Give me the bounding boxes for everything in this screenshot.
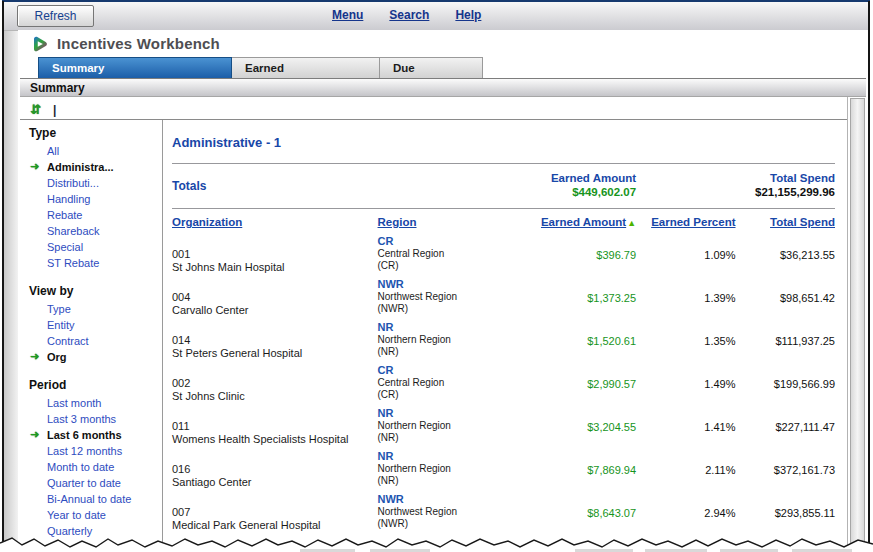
sidebar-heading-viewby: View by (20, 282, 162, 301)
column-header-earned-amount[interactable]: Earned Amount (541, 216, 626, 228)
page-title: Incentives Workbench (57, 35, 220, 52)
sidebar: Type ➜ All ➜ (20, 120, 163, 548)
table-row[interactable]: 014 St Peters General Hospital NR Northe… (172, 319, 835, 362)
region-abbr: (CR) (378, 260, 517, 272)
sidebar-item-label: Last month (47, 397, 101, 409)
app-header: Incentives Workbench (18, 30, 868, 57)
region-name: Northern Region (378, 463, 517, 475)
results-table: Organization Region Earned Amount▲ Earne… (172, 209, 835, 534)
sidebar-section-viewby: View by ➜ Type ➜ (20, 282, 162, 365)
totals-earned-label: Earned Amount (517, 171, 636, 185)
earned-amount-cell: $3,204.55 (517, 405, 636, 448)
sidebar-item[interactable]: ➜ Administra... (20, 159, 162, 175)
region-abbr: (NWR) (378, 518, 517, 530)
sidebar-section-type: Type ➜ All ➜ (20, 124, 162, 271)
region-name: Northern Region (378, 420, 517, 432)
earned-percent-cell: 1.09% (636, 233, 735, 276)
panel-columns: Type ➜ All ➜ (20, 120, 847, 548)
total-spend-cell: $199,566.99 (736, 362, 835, 405)
org-code: 016 (172, 463, 378, 476)
totals-spend-value: $21,155,299.96 (636, 185, 835, 200)
vertical-scrollbar[interactable] (850, 98, 865, 548)
sidebar-item[interactable]: ➜ Last 3 months (20, 411, 162, 427)
search-link[interactable]: Search (389, 8, 429, 22)
region-code: NR (378, 450, 517, 463)
sidebar-item[interactable]: ➜ Org (20, 349, 162, 365)
sidebar-item[interactable]: ➜ Bi-Annual to date (20, 491, 162, 507)
totals-spend-label: Total Spend (636, 171, 835, 185)
total-spend-cell: $36,213.55 (736, 233, 835, 276)
sidebar-item[interactable]: ➜ All (20, 143, 162, 159)
column-header-total-spend[interactable]: Total Spend (770, 216, 835, 228)
sidebar-item[interactable]: ➜ Type (20, 301, 162, 317)
tab-earned[interactable]: Earned (232, 57, 380, 78)
panel-content: ⇵ | Type ➜ All (20, 97, 848, 548)
app-logo-icon (31, 35, 49, 53)
sidebar-item[interactable]: ➜ Contract (20, 333, 162, 349)
app-window: Refresh Menu Search Help Incentives Work (0, 0, 873, 552)
sidebar-item[interactable]: ➜ Shareback (20, 223, 162, 239)
org-code: 002 (172, 377, 378, 390)
refresh-button[interactable]: Refresh (17, 5, 94, 27)
selected-arrow-icon: ➜ (30, 428, 39, 441)
column-header-region[interactable]: Region (378, 216, 417, 228)
earned-amount-cell: $396.79 (517, 233, 636, 276)
earned-amount-cell: $7,869.94 (517, 448, 636, 491)
window-right-border (868, 1, 870, 544)
sidebar-item[interactable]: ➜ Rebate (20, 207, 162, 223)
table-row[interactable]: 002 St Johns Clinic CR Central Region (C… (172, 362, 835, 405)
column-header-organization[interactable]: Organization (172, 216, 242, 228)
refresh-icon[interactable]: ⇵ (30, 103, 41, 117)
help-link[interactable]: Help (455, 8, 481, 22)
sidebar-item-label: Last 3 months (47, 413, 116, 425)
sidebar-item[interactable]: ➜ Handling (20, 191, 162, 207)
earned-percent-cell: 1.41% (636, 405, 735, 448)
table-row[interactable]: 016 Santiago Center NR Northern Region (… (172, 448, 835, 491)
sidebar-item[interactable]: ➜ Month to date (20, 459, 162, 475)
sidebar-item-label: Month to date (47, 461, 114, 473)
total-spend-cell: $227,111.47 (736, 405, 835, 448)
sidebar-item[interactable]: ➜ Entity (20, 317, 162, 333)
sidebar-item[interactable]: ➜ Year to date (20, 507, 162, 523)
region-name: Central Region (378, 248, 517, 260)
total-spend-cell: $111,937.25 (736, 319, 835, 362)
sidebar-item-label: Rebate (47, 209, 82, 221)
window-left-border (2, 1, 4, 544)
sidebar-item[interactable]: ➜ Special (20, 239, 162, 255)
region-abbr: (NR) (378, 475, 517, 487)
region-code: NR (378, 321, 517, 334)
sidebar-item[interactable]: ➜ Distributi... (20, 175, 162, 191)
text-caret: | (53, 103, 56, 117)
table-row[interactable]: 004 Carvallo Center NWR Northwest Region… (172, 276, 835, 319)
region-code: NWR (378, 278, 517, 291)
table-row[interactable]: 001 St Johns Main Hospital CR Central Re… (172, 233, 835, 276)
sidebar-section-period: Period ➜ Last month (20, 376, 162, 539)
column-header-earned-percent[interactable]: Earned Percent (651, 216, 735, 228)
sidebar-item[interactable]: ➜ Last 6 months (20, 427, 162, 443)
sidebar-item-label: Distributi... (47, 177, 99, 189)
region-abbr: (CR) (378, 389, 517, 401)
torn-edge (0, 532, 873, 552)
panel-toolbar: ⇵ | (20, 97, 847, 120)
org-name: Medical Park General Hospital (172, 519, 378, 532)
org-name: Carvallo Center (172, 304, 378, 317)
sidebar-item-label: Last 6 months (47, 429, 122, 441)
org-name: St Johns Main Hospital (172, 261, 378, 274)
region-name: Northwest Region (378, 506, 517, 518)
sidebar-item[interactable]: ➜ Last 12 months (20, 443, 162, 459)
sidebar-item[interactable]: ➜ ST Rebate (20, 255, 162, 271)
sidebar-item-label: Entity (47, 319, 75, 331)
tab-due[interactable]: Due (380, 57, 483, 78)
sidebar-item-label: Last 12 months (47, 445, 122, 457)
tab-bar: Summary Earned Due (38, 57, 483, 78)
region-name: Northwest Region (378, 291, 517, 303)
menu-link[interactable]: Menu (332, 8, 363, 22)
sidebar-item[interactable]: ➜ Quarter to date (20, 475, 162, 491)
tab-summary[interactable]: Summary (38, 57, 232, 78)
table-header-row: Organization Region Earned Amount▲ Earne… (172, 209, 835, 233)
earned-percent-cell: 1.39% (636, 276, 735, 319)
sidebar-item[interactable]: ➜ Last month (20, 395, 162, 411)
table-row[interactable]: 007 Medical Park General Hospital NWR No… (172, 491, 835, 534)
sidebar-item-label: Bi-Annual to date (47, 493, 131, 505)
table-row[interactable]: 011 Womens Health Specialists Hospital N… (172, 405, 835, 448)
